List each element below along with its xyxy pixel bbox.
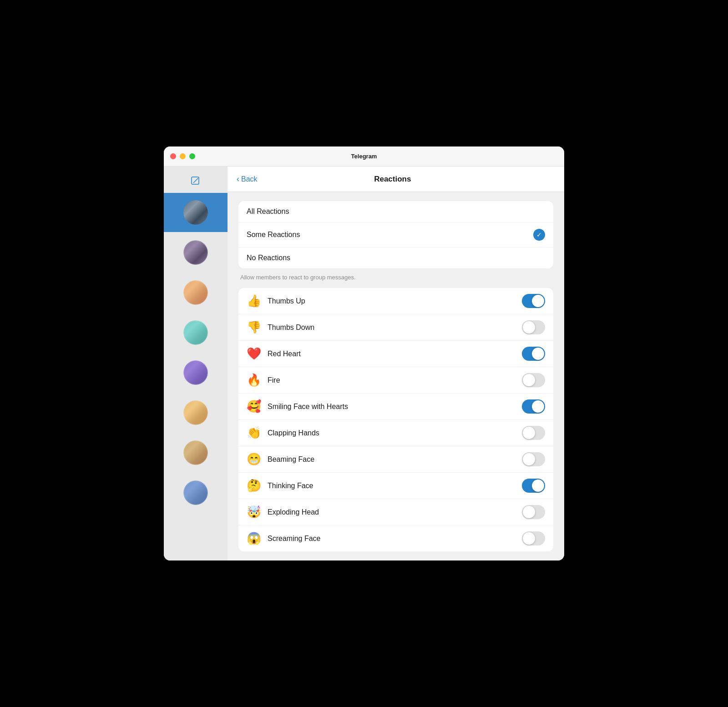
- toggle-knob: [523, 506, 535, 518]
- reaction-thinking-face: 🤔 Thinking Face: [238, 473, 553, 499]
- thumbs-down-toggle[interactable]: [522, 320, 545, 334]
- sidebar-avatar-8[interactable]: [164, 473, 228, 512]
- sidebar-header: [164, 170, 228, 192]
- red-heart-toggle[interactable]: [522, 347, 545, 361]
- toggle-knob: [532, 400, 544, 413]
- beaming-face-toggle[interactable]: [522, 452, 545, 466]
- fire-label: Fire: [268, 376, 516, 384]
- reaction-beaming-face: 😁 Beaming Face: [238, 446, 553, 473]
- red-heart-icon: ❤️: [247, 347, 261, 361]
- some-reactions-option[interactable]: Some Reactions ✓: [238, 222, 553, 247]
- avatar: [183, 480, 208, 505]
- reaction-clapping-hands: 👏 Clapping Hands: [238, 420, 553, 446]
- maximize-button[interactable]: [189, 153, 195, 159]
- sidebar-avatar-7[interactable]: [164, 433, 228, 472]
- clapping-hands-label: Clapping Hands: [268, 429, 516, 437]
- minimize-button[interactable]: [180, 153, 186, 159]
- toggle-knob: [523, 374, 535, 386]
- reaction-thumbs-down: 👎 Thumbs Down: [238, 314, 553, 341]
- avatar: [183, 320, 208, 345]
- toggle-knob: [532, 295, 544, 307]
- thinking-face-icon: 🤔: [247, 479, 261, 493]
- sidebar-avatar-3[interactable]: [164, 273, 228, 312]
- panel-header: ‹ Back Reactions: [228, 167, 564, 192]
- main-content: ‹ Back Reactions All Reactions Some Reac…: [164, 167, 564, 561]
- reactions-toggle-card: 👍 Thumbs Up 👎 Thumbs Down: [238, 288, 553, 551]
- avatar: [183, 400, 208, 425]
- compose-button[interactable]: [188, 174, 203, 188]
- toggle-knob: [523, 321, 535, 333]
- reaction-red-heart: ❤️ Red Heart: [238, 341, 553, 367]
- beaming-face-label: Beaming Face: [268, 455, 516, 464]
- back-chevron-icon: ‹: [237, 174, 239, 184]
- reaction-screaming-face: 😱 Screaming Face: [238, 525, 553, 551]
- fire-icon: 🔥: [247, 373, 261, 387]
- back-label: Back: [241, 175, 258, 183]
- reaction-fire: 🔥 Fire: [238, 367, 553, 394]
- sidebar-avatar-4[interactable]: [164, 313, 228, 352]
- screaming-face-label: Screaming Face: [268, 535, 516, 543]
- back-button[interactable]: ‹ Back: [237, 174, 258, 184]
- toggle-knob: [532, 348, 544, 360]
- panel-content: All Reactions Some Reactions ✓ No Reacti…: [228, 192, 564, 561]
- avatar: [183, 200, 208, 225]
- red-heart-label: Red Heart: [268, 350, 516, 358]
- exploding-head-label: Exploding Head: [268, 508, 516, 516]
- avatar: [183, 240, 208, 265]
- thumbs-down-label: Thumbs Down: [268, 323, 516, 332]
- thumbs-up-icon: 👍: [247, 294, 261, 308]
- main-panel: ‹ Back Reactions All Reactions Some Reac…: [228, 167, 564, 561]
- reaction-thumbs-up: 👍 Thumbs Up: [238, 288, 553, 314]
- reaction-exploding-head: 🤯 Exploding Head: [238, 499, 553, 525]
- exploding-head-icon: 🤯: [247, 505, 261, 519]
- avatar: [183, 280, 208, 305]
- thinking-face-toggle[interactable]: [522, 479, 545, 493]
- sidebar-avatar-2[interactable]: [164, 233, 228, 272]
- smiling-hearts-icon: 🥰: [247, 399, 261, 414]
- clapping-hands-toggle[interactable]: [522, 426, 545, 440]
- sidebar-avatar-6[interactable]: [164, 393, 228, 432]
- reaction-smiling-hearts: 🥰 Smiling Face with Hearts: [238, 394, 553, 420]
- toggle-knob: [523, 427, 535, 439]
- titlebar: Telegram: [164, 146, 564, 167]
- thinking-face-label: Thinking Face: [268, 482, 516, 490]
- no-reactions-label: No Reactions: [247, 254, 545, 262]
- thumbs-down-icon: 👎: [247, 320, 261, 334]
- hint-text: Allow members to react to group messages…: [238, 272, 553, 284]
- page-title: Reactions: [258, 175, 528, 184]
- thumbs-up-toggle[interactable]: [522, 294, 545, 308]
- sidebar-avatar-1[interactable]: [164, 193, 228, 232]
- screaming-face-icon: 😱: [247, 531, 261, 545]
- fire-toggle[interactable]: [522, 373, 545, 387]
- some-reactions-label: Some Reactions: [247, 231, 533, 239]
- avatar: [183, 440, 208, 465]
- screaming-face-toggle[interactable]: [522, 531, 545, 545]
- avatar: [183, 360, 208, 385]
- clapping-hands-icon: 👏: [247, 426, 261, 440]
- sidebar: [164, 167, 228, 561]
- toggle-knob: [523, 453, 535, 465]
- selected-checkmark: ✓: [533, 229, 545, 241]
- exploding-head-toggle[interactable]: [522, 505, 545, 519]
- beaming-face-icon: 😁: [247, 452, 261, 466]
- toggle-knob: [532, 480, 544, 492]
- window-title: Telegram: [351, 153, 377, 160]
- close-button[interactable]: [170, 153, 176, 159]
- traffic-lights: [170, 153, 195, 159]
- no-reactions-option[interactable]: No Reactions: [238, 247, 553, 268]
- all-reactions-label: All Reactions: [247, 207, 545, 216]
- smiling-hearts-label: Smiling Face with Hearts: [268, 403, 516, 411]
- all-reactions-option[interactable]: All Reactions: [238, 201, 553, 222]
- app-window: Telegram: [164, 146, 564, 561]
- smiling-hearts-toggle[interactable]: [522, 399, 545, 414]
- thumbs-up-label: Thumbs Up: [268, 297, 516, 305]
- toggle-knob: [523, 532, 535, 545]
- sidebar-avatar-5[interactable]: [164, 353, 228, 392]
- reaction-mode-card: All Reactions Some Reactions ✓ No Reacti…: [238, 201, 553, 268]
